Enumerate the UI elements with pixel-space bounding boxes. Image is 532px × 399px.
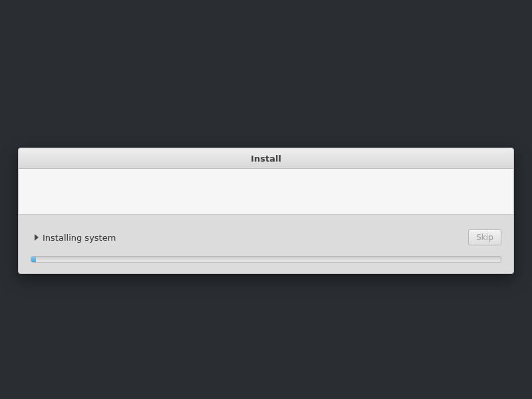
install-dialog: Install Installing system Skip (18, 148, 514, 274)
dialog-content-area (19, 169, 513, 215)
status-expander[interactable]: Installing system (31, 233, 116, 243)
status-row: Installing system Skip (31, 229, 501, 245)
progress-bar (31, 256, 501, 263)
skip-button[interactable]: Skip (468, 229, 501, 245)
status-text: Installing system (43, 233, 116, 243)
chevron-right-icon (35, 234, 39, 241)
dialog-titlebar: Install (19, 148, 513, 169)
dialog-title: Install (251, 154, 281, 164)
progress-fill (31, 257, 36, 262)
status-area: Installing system Skip (19, 215, 513, 273)
